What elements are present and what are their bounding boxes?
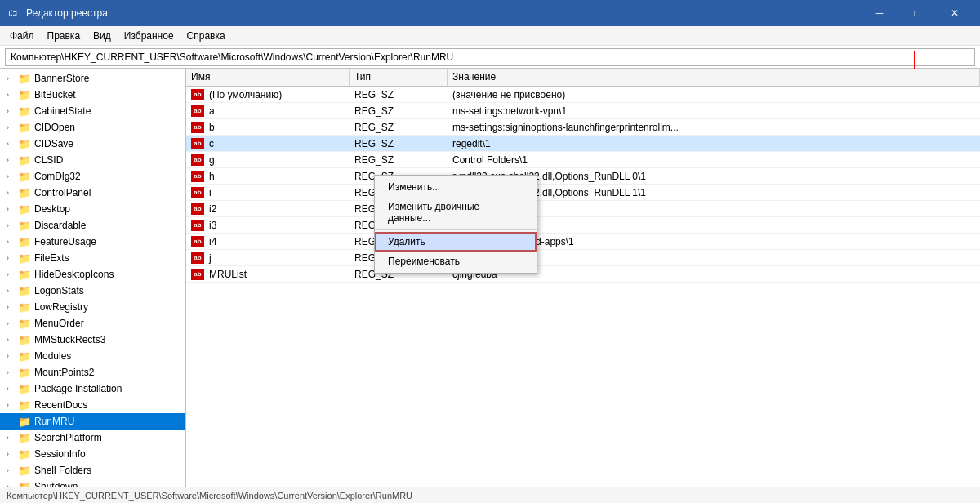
tree-item-controlpanel[interactable]: ›📁ControlPanel xyxy=(0,185,185,201)
table-row[interactable]: abbREG_SZms-settings:signinoptions-launc… xyxy=(186,119,980,136)
expand-icon: › xyxy=(7,107,16,115)
reg-icon: ab xyxy=(191,89,204,100)
tree-item-menuorder[interactable]: ›📁MenuOrder xyxy=(0,315,185,332)
tree-item-searchplatform[interactable]: ›📁SearchPlatform xyxy=(0,430,185,446)
table-row[interactable]: abhREG_SZrundll32.exe shell32.dll,Option… xyxy=(186,168,980,185)
folder-icon: 📁 xyxy=(18,301,31,314)
cell-name: abg xyxy=(186,152,350,167)
expand-icon: › xyxy=(7,91,16,99)
menu-item-файл[interactable]: Файл xyxy=(3,29,41,43)
tree-item-modules[interactable]: ›📁Modules xyxy=(0,348,185,364)
table-row[interactable]: abjREG_SZ..\1 xyxy=(186,250,980,266)
expand-icon: › xyxy=(7,238,16,246)
tree-item-cidopen[interactable]: ›📁CIDOpen xyxy=(0,119,185,136)
folder-icon: 📁 xyxy=(18,383,31,395)
tree-item-shell-folders[interactable]: ›📁Shell Folders xyxy=(0,462,185,479)
tree-item-desktop[interactable]: ›📁Desktop xyxy=(0,201,185,217)
table-header: Имя Тип Значение xyxy=(186,69,980,87)
reg-icon: ab xyxy=(191,269,204,280)
expand-icon: › xyxy=(7,140,16,148)
maximize-button[interactable]: □ xyxy=(898,0,936,26)
tree-item-featureusage[interactable]: ›📁FeatureUsage xyxy=(0,234,185,250)
tree-item-bannerstore[interactable]: ›📁BannerStore xyxy=(0,70,185,87)
tree-item-label: RecentDocs xyxy=(34,399,87,411)
tree-item-bitbucket[interactable]: ›📁BitBucket xyxy=(0,87,185,103)
tree-item-package-installation[interactable]: ›📁Package Installation xyxy=(0,381,185,397)
tree-item-cidsave[interactable]: ›📁CIDSave xyxy=(0,136,185,152)
tree-item-clsid[interactable]: ›📁CLSID xyxy=(0,152,185,168)
main-content: ›📁BannerStore›📁BitBucket›📁CabinetState›📁… xyxy=(0,69,980,487)
cell-type: REG_SZ xyxy=(350,119,448,135)
tree-item-label: FileExts xyxy=(34,252,69,264)
menu-item-избранное[interactable]: Избранное xyxy=(118,29,180,43)
tree-item-comdlg32[interactable]: ›📁ComDlg32 xyxy=(0,168,185,185)
tree-item-cabinetstate[interactable]: ›📁CabinetState xyxy=(0,103,185,119)
cell-name-text: h xyxy=(209,171,215,182)
cell-value: ms-settings:network-vpn\1 xyxy=(448,103,980,118)
tree-item-fileexts[interactable]: ›📁FileExts xyxy=(0,250,185,266)
cell-name: abMRUList xyxy=(186,266,350,282)
cell-name: aba xyxy=(186,103,350,118)
cell-name-text: (По умолчанию) xyxy=(209,89,282,100)
tree-item-discardable[interactable]: ›📁Discardable xyxy=(0,217,185,234)
table-row[interactable]: abaREG_SZms-settings:network-vpn\1 xyxy=(186,103,980,119)
folder-icon: 📁 xyxy=(18,285,31,297)
tree-item-shutdown[interactable]: ›📁Shutdown xyxy=(0,479,185,487)
tree-item-lowregistry[interactable]: ›📁LowRegistry xyxy=(0,299,185,315)
reg-icon: ab xyxy=(191,187,204,198)
tree-item-label: SearchPlatform xyxy=(34,432,102,443)
cell-type: REG_SZ xyxy=(350,103,448,118)
table-row[interactable]: abiREG_SZrundll32.exe shell32.dll,Option… xyxy=(186,185,980,201)
close-button[interactable]: ✕ xyxy=(936,0,973,26)
tree-item-runmru[interactable]: ›📁RunMRU xyxy=(0,413,185,430)
expand-icon: › xyxy=(7,483,16,487)
folder-icon: 📁 xyxy=(18,138,31,150)
tree-item-recentdocs[interactable]: ›📁RecentDocs xyxy=(0,397,185,413)
table-row[interactable]: abcREG_SZregedit\1 xyxy=(186,136,980,152)
context-menu-item--------[interactable]: Удалить xyxy=(375,232,537,252)
tree-item-label: CIDSave xyxy=(34,138,74,149)
folder-icon: 📁 xyxy=(18,203,31,216)
tree-item-label: MenuOrder xyxy=(34,318,84,329)
col-type-header: Тип xyxy=(350,69,448,86)
address-bar xyxy=(0,46,980,69)
menu-item-правка[interactable]: Правка xyxy=(41,29,87,43)
table-row[interactable]: abgREG_SZControl Folders\1 xyxy=(186,152,980,168)
expand-icon: › xyxy=(7,287,16,295)
cell-name: abj xyxy=(186,250,350,265)
menu-item-вид[interactable]: Вид xyxy=(87,29,118,43)
cell-name-text: j xyxy=(209,252,212,264)
tree-item-mmstuckrects3[interactable]: ›📁MMStuckRects3 xyxy=(0,332,185,348)
folder-icon: 📁 xyxy=(18,187,31,199)
minimize-button[interactable]: ─ xyxy=(861,0,898,26)
col-name-header: Имя xyxy=(186,69,350,86)
cell-name: abc xyxy=(186,136,350,151)
folder-icon: 📁 xyxy=(18,89,31,101)
table-row[interactable]: abi2REG_SZvirtmgmt.msc\1 xyxy=(186,201,980,217)
reg-icon: ab xyxy=(191,220,204,231)
context-menu-item----------------------------[interactable]: Изменить двоичные данные... xyxy=(375,197,537,228)
folder-icon: 📁 xyxy=(18,432,31,444)
context-menu-item--------------[interactable]: Переименовать xyxy=(375,252,537,271)
tree-item-label: CLSID xyxy=(34,154,63,166)
tree-item-sessioninfo[interactable]: ›📁SessionInfo xyxy=(0,446,185,462)
folder-icon: 📁 xyxy=(18,269,31,281)
tree-item-logonstats[interactable]: ›📁LogonStats xyxy=(0,283,185,299)
table-row[interactable]: ab(По умолчанию)REG_SZ(значение не присв… xyxy=(186,87,980,103)
table-row[interactable]: abi3REG_SZOptionalFeatures\1 xyxy=(186,217,980,234)
context-menu-item------------[interactable]: Изменить... xyxy=(375,177,537,197)
table-row[interactable]: abMRUListREG_SZcjihgfedba xyxy=(186,266,980,283)
folder-icon: 📁 xyxy=(18,334,31,346)
tree-item-label: SessionInfo xyxy=(34,448,86,460)
cell-value: Control Folders\1 xyxy=(448,152,980,167)
reg-icon: ab xyxy=(191,171,204,182)
tree-item-hidedesktopicons[interactable]: ›📁HideDesktopIcons xyxy=(0,266,185,283)
tree-item-mountpoints2[interactable]: ›📁MountPoints2 xyxy=(0,364,185,381)
col-value-header: Значение xyxy=(448,69,980,86)
table-row[interactable]: abi4REG_SZms-settings:installed-apps\1 xyxy=(186,234,980,250)
address-input[interactable] xyxy=(5,48,975,66)
menu-item-справка[interactable]: Справка xyxy=(180,29,232,43)
tree-panel[interactable]: ›📁BannerStore›📁BitBucket›📁CabinetState›📁… xyxy=(0,69,186,487)
cell-name: abi2 xyxy=(186,201,350,216)
right-panel: Имя Тип Значение ab(По умолчанию)REG_SZ(… xyxy=(186,69,980,487)
